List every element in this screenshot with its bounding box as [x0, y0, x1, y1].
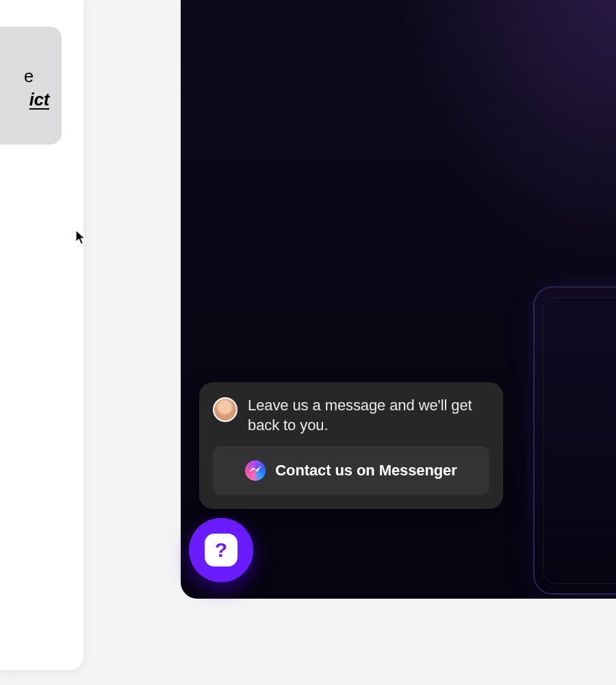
left-card-fragment: e ict: [0, 27, 62, 145]
messenger-icon: [245, 460, 266, 481]
agent-avatar: [213, 397, 238, 422]
question-mark-icon: ?: [215, 540, 227, 560]
help-fab[interactable]: ?: [189, 518, 253, 582]
device-frame: [533, 286, 616, 595]
chat-prompt-card: Leave us a message and we'll get back to…: [199, 382, 503, 509]
contact-messenger-label: Contact us on Messenger: [275, 462, 457, 480]
chat-prompt-text: Leave us a message and we'll get back to…: [248, 396, 489, 435]
chat-header: Leave us a message and we'll get back to…: [213, 396, 489, 435]
left-card-line2-link[interactable]: ict: [0, 88, 52, 111]
left-card-line1: e: [0, 64, 62, 88]
contact-messenger-button[interactable]: Contact us on Messenger: [213, 446, 489, 495]
help-fab-inner: ?: [205, 534, 238, 566]
